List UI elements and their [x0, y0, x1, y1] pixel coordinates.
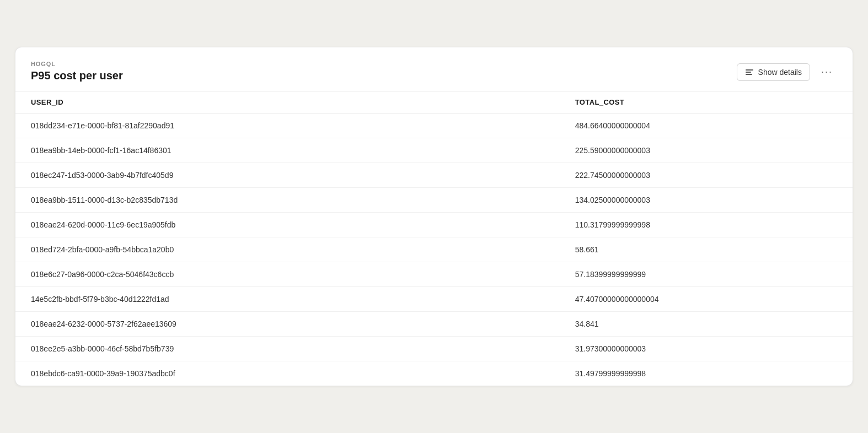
- table-row: 018ed724-2bfa-0000-a9fb-54bbca1a20b058.6…: [15, 237, 853, 262]
- cell-user-id: 018dd234-e71e-0000-bf81-81af2290ad91: [15, 113, 560, 138]
- cell-user-id: 018eae24-620d-0000-11c9-6ec19a905fdb: [15, 213, 560, 237]
- card-title: P95 cost per user: [31, 69, 123, 82]
- cell-total-cost: 31.97300000000003: [560, 337, 853, 361]
- show-details-button[interactable]: Show details: [737, 63, 810, 81]
- table-row: 018eae24-6232-0000-5737-2f62aee1360934.8…: [15, 312, 853, 337]
- table-row: 018ee2e5-a3bb-0000-46cf-58bd7b5fb73931.9…: [15, 337, 853, 361]
- cell-total-cost: 47.40700000000000004: [560, 287, 853, 312]
- table-row: 018dd234-e71e-0000-bf81-81af2290ad91484.…: [15, 113, 853, 138]
- table-row: 018eae24-620d-0000-11c9-6ec19a905fdb110.…: [15, 213, 853, 237]
- more-icon: ···: [821, 66, 833, 78]
- cell-user-id: 018ea9bb-1511-0000-d13c-b2c835db713d: [15, 188, 560, 213]
- data-table: USER_ID TOTAL_COST 018dd234-e71e-0000-bf…: [15, 91, 853, 386]
- cell-total-cost: 34.841: [560, 312, 853, 337]
- show-details-icon: [745, 68, 754, 77]
- cell-total-cost: 31.49799999999998: [560, 361, 853, 386]
- main-card: HOGQL P95 cost per user Show details ···: [15, 47, 853, 386]
- table-row: 018ea9bb-14eb-0000-fcf1-16ac14f86301225.…: [15, 138, 853, 163]
- cell-total-cost: 57.18399999999999: [560, 262, 853, 287]
- header-right: Show details ···: [737, 61, 837, 81]
- header-left: HOGQL P95 cost per user: [31, 61, 123, 82]
- col-header-total-cost: TOTAL_COST: [560, 91, 853, 113]
- cell-total-cost: 110.31799999999998: [560, 213, 853, 237]
- svg-rect-1: [746, 72, 751, 73]
- table-row: 018ebdc6-ca91-0000-39a9-190375adbc0f31.4…: [15, 361, 853, 386]
- more-options-button[interactable]: ···: [817, 63, 837, 81]
- cell-user-id: 018ee2e5-a3bb-0000-46cf-58bd7b5fb739: [15, 337, 560, 361]
- table-header-row: USER_ID TOTAL_COST: [15, 91, 853, 113]
- cell-user-id: 018ed724-2bfa-0000-a9fb-54bbca1a20b0: [15, 237, 560, 262]
- table-row: 018e6c27-0a96-0000-c2ca-5046f43c6ccb57.1…: [15, 262, 853, 287]
- hogql-label: HOGQL: [31, 61, 123, 67]
- table-container: USER_ID TOTAL_COST 018dd234-e71e-0000-bf…: [15, 91, 853, 386]
- cell-user-id: 018ec247-1d53-0000-3ab9-4b7fdfc405d9: [15, 163, 560, 188]
- cell-total-cost: 134.02500000000003: [560, 188, 853, 213]
- cell-user-id: 14e5c2fb-bbdf-5f79-b3bc-40d1222fd1ad: [15, 287, 560, 312]
- cell-user-id: 018ebdc6-ca91-0000-39a9-190375adbc0f: [15, 361, 560, 386]
- show-details-label: Show details: [758, 68, 802, 77]
- cell-user-id: 018eae24-6232-0000-5737-2f62aee13609: [15, 312, 560, 337]
- cell-total-cost: 58.661: [560, 237, 853, 262]
- svg-rect-2: [746, 74, 752, 75]
- cell-total-cost: 484.66400000000004: [560, 113, 853, 138]
- cell-total-cost: 222.74500000000003: [560, 163, 853, 188]
- cell-user-id: 018e6c27-0a96-0000-c2ca-5046f43c6ccb: [15, 262, 560, 287]
- table-row: 14e5c2fb-bbdf-5f79-b3bc-40d1222fd1ad47.4…: [15, 287, 853, 312]
- svg-rect-0: [746, 69, 753, 71]
- cell-total-cost: 225.59000000000003: [560, 138, 853, 163]
- table-row: 018ec247-1d53-0000-3ab9-4b7fdfc405d9222.…: [15, 163, 853, 188]
- col-header-user-id: USER_ID: [15, 91, 560, 113]
- table-row: 018ea9bb-1511-0000-d13c-b2c835db713d134.…: [15, 188, 853, 213]
- cell-user-id: 018ea9bb-14eb-0000-fcf1-16ac14f86301: [15, 138, 560, 163]
- card-header: HOGQL P95 cost per user Show details ···: [15, 47, 853, 91]
